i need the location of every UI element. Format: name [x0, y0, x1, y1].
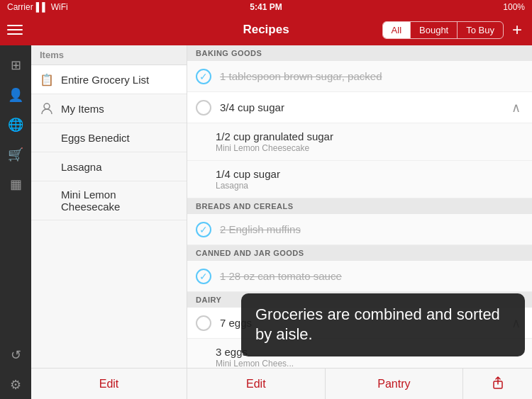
status-bar-left: Carrier ▌▌ WiFi — [7, 2, 68, 12]
filter-group: All Bought To Buy — [382, 21, 504, 39]
header-title: Recipes — [243, 23, 289, 37]
item-text-group: 1 28 oz can tomato sauce — [220, 270, 523, 282]
wifi-icon: WiFi — [51, 2, 68, 12]
item-name: 2 English muffins — [220, 223, 523, 235]
signal-icon: ▌▌ — [36, 2, 48, 12]
section-breads-cereals: BREADS AND CEREALS — [187, 198, 532, 214]
list-item[interactable]: ✓ 2 English muffins — [187, 214, 532, 245]
settings-icon[interactable]: ⚙ — [1, 371, 30, 399]
sidebar-item-lasagna[interactable]: Lasagna — [31, 152, 187, 181]
pantry-button[interactable]: Pantry — [325, 369, 464, 399]
sidebar-bottom-toolbar: Edit — [31, 368, 187, 399]
filter-tobuy-button[interactable]: To Buy — [458, 22, 503, 38]
list-item: 1/2 cup granulated sugar Mini Lemon Chee… — [187, 123, 532, 161]
item-text-group: 1 tablespoon brown sugar, packed — [220, 70, 523, 82]
hamburger-icon — [7, 29, 23, 30]
refresh-icon[interactable]: ↺ — [1, 341, 30, 369]
sidebar-content: Items 📋 Entire Grocery List My Items Egg… — [31, 45, 187, 368]
list-item: 1/4 cup sugar Lasagna — [187, 161, 532, 198]
recipe-icon — [40, 193, 54, 208]
list-item[interactable]: ✓ 1 tablespoon brown sugar, packed — [187, 61, 532, 92]
section-baking-goods: BAKING GOODS — [187, 45, 532, 61]
list-item[interactable]: 3/4 cup sugar ∧ — [187, 92, 532, 123]
check-circle[interactable]: ✓ — [196, 222, 211, 237]
sidebar-item-label: Mini Lemon Cheesecake — [61, 189, 178, 213]
item-text-group: 3/4 cup sugar — [220, 101, 509, 113]
section-label: CANNED AND JAR GOODS — [196, 249, 304, 257]
icon-rail: ⊞ 👤 🌐 🛒 ▦ ↺ ⚙ — [0, 45, 31, 399]
hamburger-icon — [7, 25, 23, 26]
check-icon: ✓ — [199, 224, 208, 235]
sidebar: Items 📋 Entire Grocery List My Items Egg… — [31, 45, 187, 399]
item-name: 1 28 oz can tomato sauce — [220, 270, 523, 282]
grocery-list-icon: 📋 — [40, 72, 54, 86]
item-name: 1 tablespoon brown sugar, packed — [220, 70, 523, 82]
item-name: 1/2 cup granulated sugar — [216, 130, 523, 142]
check-icon: ✓ — [199, 271, 208, 282]
app-header: Recipes All Bought To Buy + — [0, 14, 532, 45]
hamburger-icon — [7, 33, 23, 35]
share-icon — [491, 376, 505, 393]
content-edit-button[interactable]: Edit — [187, 369, 325, 399]
tooltip-text: Groceries are combined and sorted by ais… — [255, 305, 500, 344]
calendar-icon[interactable]: ▦ — [1, 170, 30, 198]
status-bar: Carrier ▌▌ WiFi 5:41 PM 100% — [0, 0, 532, 14]
svg-point-0 — [44, 103, 50, 109]
sidebar-item-label: Entire Grocery List — [61, 74, 149, 86]
item-source: Lasagna — [216, 181, 523, 191]
status-bar-time: 5:41 PM — [250, 2, 282, 12]
filter-all-button[interactable]: All — [383, 22, 410, 38]
filter-bought-button[interactable]: Bought — [411, 22, 457, 38]
sidebar-item-entire-grocery-list[interactable]: 📋 Entire Grocery List — [31, 65, 187, 94]
battery-label: 100% — [503, 2, 525, 12]
sidebar-item-mini-lemon-cheesecake[interactable]: Mini Lemon Cheesecake — [31, 181, 187, 220]
expand-button[interactable]: ∧ — [509, 100, 523, 116]
sidebar-item-label: Lasagna — [61, 161, 102, 173]
check-circle[interactable] — [196, 315, 211, 331]
list-item[interactable]: ✓ 1 28 oz can tomato sauce — [187, 261, 532, 292]
section-label: DAIRY — [196, 296, 221, 304]
recipe-icon — [40, 130, 54, 145]
sidebar-section-header: Items — [31, 45, 187, 65]
content-bottom-toolbar: Edit Pantry — [187, 368, 532, 399]
share-button[interactable] — [463, 369, 532, 399]
sidebar-item-label: My Items — [61, 103, 104, 115]
sidebar-section-label: Items — [40, 50, 64, 60]
item-name: 3/4 cup sugar — [220, 101, 509, 113]
person-icon[interactable]: 👤 — [1, 81, 30, 109]
pantry-label: Pantry — [377, 378, 410, 390]
item-name: 1/4 cup sugar — [216, 168, 523, 180]
add-button[interactable]: + — [509, 21, 525, 38]
item-text-group: 1/4 cup sugar Lasagna — [216, 168, 523, 191]
item-source: Mini Lemon Chees... — [216, 359, 523, 368]
menu-button[interactable] — [7, 19, 28, 40]
sidebar-item-my-items[interactable]: My Items — [31, 94, 187, 123]
sidebar-edit-button[interactable]: Edit — [31, 369, 187, 399]
item-text-group: 2 English muffins — [220, 223, 523, 235]
sidebar-edit-label: Edit — [99, 378, 119, 390]
cart-icon[interactable]: 🛒 — [1, 140, 30, 169]
check-circle[interactable]: ✓ — [196, 269, 211, 284]
check-icon: ✓ — [199, 71, 208, 82]
carrier-label: Carrier — [7, 2, 33, 12]
item-text-group: 1/2 cup granulated sugar Mini Lemon Chee… — [216, 130, 523, 153]
recipe-icon — [40, 159, 54, 174]
sidebar-item-label: Eggs Benedict — [61, 132, 130, 144]
header-controls: All Bought To Buy + — [382, 21, 525, 39]
status-bar-right: 100% — [503, 2, 525, 12]
edit-label: Edit — [246, 378, 266, 390]
section-label: BREADS AND CEREALS — [196, 202, 294, 210]
home-icon[interactable]: ⊞ — [1, 51, 30, 79]
main-layout: ⊞ 👤 🌐 🛒 ▦ ↺ ⚙ Items 📋 Entire Grocery Lis… — [0, 45, 532, 399]
check-circle[interactable]: ✓ — [196, 69, 211, 84]
sidebar-item-eggs-benedict[interactable]: Eggs Benedict — [31, 123, 187, 152]
section-label: BAKING GOODS — [196, 49, 262, 57]
check-circle[interactable] — [196, 100, 211, 116]
item-source: Mini Lemon Cheesecake — [216, 143, 523, 153]
section-canned-jar: CANNED AND JAR GOODS — [187, 245, 532, 261]
my-items-icon — [40, 101, 54, 116]
tooltip-overlay: Groceries are combined and sorted by ais… — [241, 293, 525, 356]
globe-icon[interactable]: 🌐 — [1, 111, 30, 139]
